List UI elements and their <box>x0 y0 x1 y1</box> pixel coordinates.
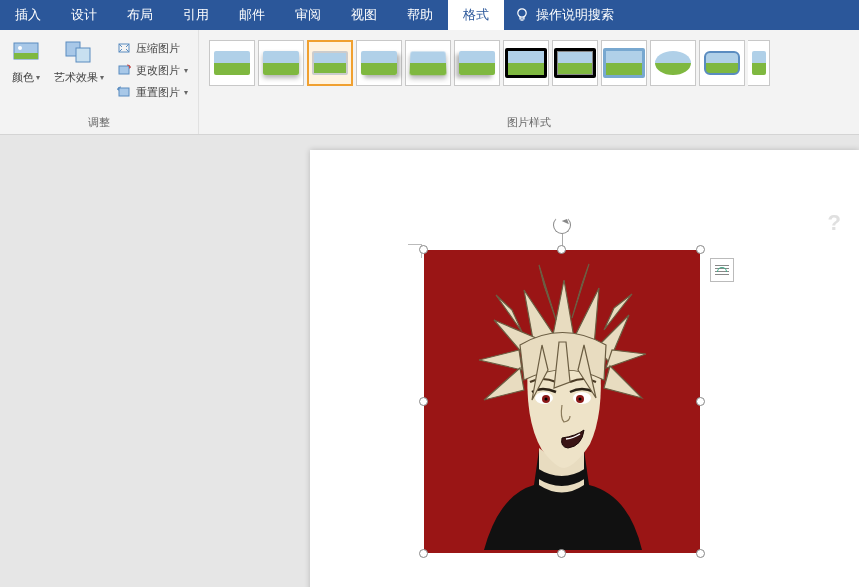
resize-handle-mr[interactable] <box>696 397 705 406</box>
change-picture-icon <box>116 62 132 78</box>
dropdown-arrow-icon: ▾ <box>184 66 188 75</box>
help-hint-icon: ? <box>828 210 841 236</box>
change-picture-button[interactable]: 更改图片▾ <box>112 60 192 80</box>
svg-point-17 <box>545 398 548 401</box>
tab-layout[interactable]: 布局 <box>112 0 168 30</box>
picture-style-5[interactable] <box>405 40 451 86</box>
picture-style-1[interactable] <box>209 40 255 86</box>
resize-handle-bl[interactable] <box>419 549 428 558</box>
svg-rect-10 <box>119 88 129 96</box>
color-button[interactable]: 颜色▾ <box>6 34 46 87</box>
layout-options-icon <box>715 265 729 275</box>
rotate-handle[interactable] <box>553 216 571 234</box>
svg-marker-11 <box>117 87 119 91</box>
tab-references[interactable]: 引用 <box>168 0 224 30</box>
artistic-effects-button[interactable]: 艺术效果▾ <box>50 34 108 87</box>
artistic-icon <box>63 36 95 68</box>
ribbon-group-picture-styles: 图片样式 <box>199 30 859 134</box>
document-area: ? <box>0 135 859 587</box>
dropdown-arrow-icon: ▾ <box>36 73 40 82</box>
resize-handle-tc[interactable] <box>557 245 566 254</box>
svg-rect-6 <box>76 48 90 62</box>
tab-review[interactable]: 审阅 <box>280 0 336 30</box>
dropdown-arrow-icon: ▾ <box>184 88 188 97</box>
picture-styles-gallery <box>205 34 853 113</box>
embedded-image <box>424 250 700 553</box>
ribbon-tabs: 插入 设计 布局 引用 邮件 审阅 视图 帮助 格式 操作说明搜索 <box>0 0 859 30</box>
svg-point-18 <box>579 398 582 401</box>
compress-pictures-button[interactable]: 压缩图片 <box>112 38 192 58</box>
picture-style-10[interactable] <box>650 40 696 86</box>
ribbon-group-adjust: 颜色▾ 艺术效果▾ 压缩图片 更改图片▾ 重置图片▾ <box>0 30 199 134</box>
layout-options-button[interactable] <box>710 258 734 282</box>
tab-format[interactable]: 格式 <box>448 0 504 30</box>
svg-rect-3 <box>14 53 38 59</box>
picture-style-8[interactable] <box>552 40 598 86</box>
resize-handle-br[interactable] <box>696 549 705 558</box>
reset-picture-icon <box>116 84 132 100</box>
tell-me-label: 操作说明搜索 <box>536 6 614 24</box>
resize-handle-ml[interactable] <box>419 397 428 406</box>
picture-style-3[interactable] <box>307 40 353 86</box>
svg-point-4 <box>18 46 22 50</box>
group-label-adjust: 调整 <box>6 113 192 134</box>
picture-style-12[interactable] <box>748 40 770 86</box>
color-icon <box>10 36 42 68</box>
compress-icon <box>116 40 132 56</box>
selected-image[interactable] <box>424 250 700 553</box>
picture-style-2[interactable] <box>258 40 304 86</box>
tab-insert[interactable]: 插入 <box>0 0 56 30</box>
picture-style-9[interactable] <box>601 40 647 86</box>
tab-view[interactable]: 视图 <box>336 0 392 30</box>
reset-picture-button[interactable]: 重置图片▾ <box>112 82 192 102</box>
tab-mailings[interactable]: 邮件 <box>224 0 280 30</box>
group-label-styles: 图片样式 <box>205 113 853 134</box>
document-page[interactable]: ? <box>310 150 859 587</box>
lightbulb-icon <box>514 7 530 23</box>
tab-design[interactable]: 设计 <box>56 0 112 30</box>
tell-me-search[interactable]: 操作说明搜索 <box>504 0 624 30</box>
svg-marker-9 <box>129 65 131 69</box>
ribbon: 颜色▾ 艺术效果▾ 压缩图片 更改图片▾ 重置图片▾ <box>0 30 859 135</box>
picture-style-6[interactable] <box>454 40 500 86</box>
dropdown-arrow-icon: ▾ <box>100 73 104 82</box>
picture-style-7[interactable] <box>503 40 549 86</box>
resize-handle-bc[interactable] <box>557 549 566 558</box>
svg-rect-8 <box>119 66 129 74</box>
resize-handle-tr[interactable] <box>696 245 705 254</box>
tab-help[interactable]: 帮助 <box>392 0 448 30</box>
resize-handle-tl[interactable] <box>419 245 428 254</box>
svg-point-0 <box>518 9 526 17</box>
picture-style-4[interactable] <box>356 40 402 86</box>
picture-style-11[interactable] <box>699 40 745 86</box>
